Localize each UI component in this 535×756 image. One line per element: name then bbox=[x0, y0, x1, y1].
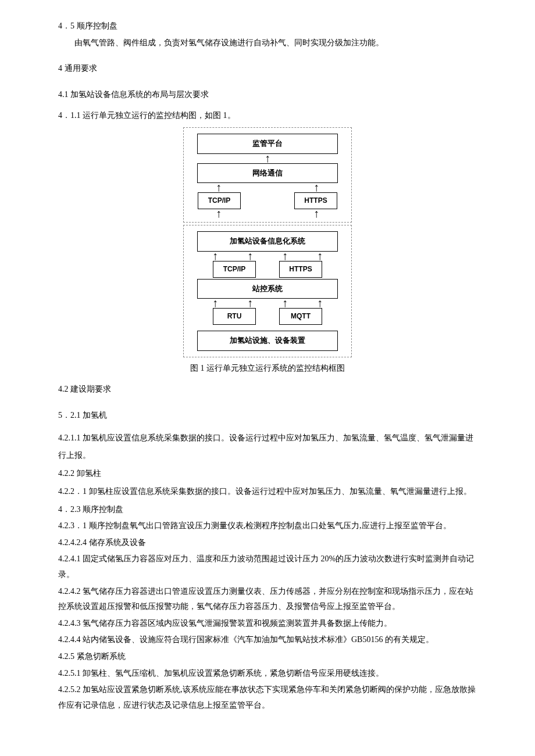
para-4-2-4-2: 4.2.4.2 氢气储存压力容器进出口管道应设置压力测量仪表、压力传感器，并应分… bbox=[58, 584, 477, 615]
arrow-icon: ↑ bbox=[238, 252, 262, 261]
node-station-control: 站控系统 bbox=[197, 279, 338, 299]
figure-1: 监管平台 ↑ 网络通信 ↑ ↑ TCP/IP HTTPS ↑ ↑ 加氢站设备信息… bbox=[58, 127, 477, 376]
para-4-2-1-1: 4.2.1.1 加氢机应设置信息系统采集数据的接口。设备运行过程中应对加氢压力、… bbox=[58, 429, 477, 465]
node-network: 网络通信 bbox=[197, 163, 338, 184]
arrow-icon: ↑ bbox=[238, 299, 262, 308]
heading-4-2-5: 4.2.5 紧急切断系统 bbox=[58, 649, 477, 665]
arrow-row: ↑ ↑ ↑ ↑ bbox=[198, 252, 337, 261]
diagram-lower-group: 加氢站设备信息化系统 ↑ ↑ ↑ ↑ TCP/IP HTTPS 站控系统 ↑ ↑… bbox=[183, 225, 352, 357]
node-platform: 监管平台 bbox=[197, 134, 338, 154]
arrow-icon: ↑ bbox=[204, 252, 227, 261]
arrow-row: ↑ ↑ ↑ ↑ bbox=[198, 299, 337, 308]
heading-4-2-2: 4.2.2 卸氢柱 bbox=[58, 466, 477, 482]
arrow-icon: ↑ bbox=[198, 209, 240, 218]
arrow-row: ↑ ↑ bbox=[198, 183, 337, 192]
heading-3-5: 4．5 顺序控制盘 bbox=[58, 19, 477, 34]
para-4-2-5-1: 4.2.5.1 卸氢柱、氢气压缩机、加氢机应设置紧急切断系统，紧急切断信号应采用… bbox=[58, 666, 477, 682]
para-4-2-3-1: 4.2.3．1 顺序控制盘氧气出口管路宜设压力测量仪表,检测程序控制盘出口处氢气… bbox=[58, 518, 477, 534]
figure-caption: 图 1 运行单元独立运行系统的监控结构框图 bbox=[190, 361, 345, 377]
diagram-upper-group: 监管平台 ↑ 网络通信 ↑ ↑ TCP/IP HTTPS ↑ ↑ bbox=[183, 127, 352, 223]
heading-4-1: 4.1 加氢站设备信息系统的布局与层次要求 bbox=[58, 87, 477, 103]
arrow-icon: ↑ bbox=[308, 252, 331, 261]
arrow-row: ↑ ↑ bbox=[198, 209, 337, 218]
heading-4-2: 4.2 建设期要求 bbox=[58, 382, 477, 397]
node-equipment: 加氢站设施、设备装置 bbox=[197, 331, 338, 351]
arrow-icon: ↑ bbox=[308, 299, 331, 308]
node-mqtt: MQTT bbox=[279, 308, 322, 325]
arrow-icon: ↑ bbox=[295, 183, 337, 192]
arrow-icon: ↑ bbox=[273, 299, 297, 308]
arrow-icon: ↑ bbox=[204, 299, 227, 308]
protocol-row-3: RTU MQTT bbox=[209, 308, 326, 325]
node-tcpip-2: TCP/IP bbox=[213, 261, 256, 278]
protocol-row-2: TCP/IP HTTPS bbox=[209, 261, 326, 278]
para-4-2-2-1: 4.2.2．1 卸氢柱应设置信息系统采集数据的接口。设备运行过程中应对加氢压力、… bbox=[58, 483, 477, 501]
heading-4-2-3: 4．2.3 顺序控制盘 bbox=[58, 502, 477, 518]
node-info-system: 加氢站设备信息化系统 bbox=[197, 231, 338, 252]
para-4-2-4-4: 4.2.4.4 站内储氢设备、设施应符合现行国家标准《汽车加油加气加氧站技术标准… bbox=[58, 632, 477, 648]
para-4-2-4-3: 4.2.4.3 氢气储存压力容器区域内应设氢气泄漏报警装置和视频监测装置并具备数… bbox=[58, 616, 477, 632]
heading-4-2-4: 4.2.4.2.4 储存系统及设备 bbox=[58, 535, 477, 551]
para-3-5-body: 由氧气管路、阀件组成，负责对氢气储存设施进行自动补气、同时实现分级加注功能。 bbox=[58, 35, 477, 51]
node-https-2: HTTPS bbox=[279, 261, 322, 278]
arrow-icon: ↑ bbox=[295, 209, 337, 218]
node-rtu: RTU bbox=[213, 308, 256, 325]
arrow-icon: ↑ bbox=[265, 154, 270, 163]
arrow-icon: ↑ bbox=[198, 183, 240, 192]
para-4-1-1: 4．1.1 运行单元独立运行的监控结构图，如图 1。 bbox=[58, 108, 477, 124]
para-4-2-5-2: 4.2.5.2 加氢站应设置紧急切断系统,该系统应能在事故状态下实现紧急停车和关… bbox=[58, 682, 477, 713]
heading-4-2-1: 5．2.1 加氢机 bbox=[58, 408, 477, 424]
heading-4: 4 通用要求 bbox=[58, 61, 477, 77]
para-4-2-4-1: 4.2.4.1 固定式储氢压力容器应对压力、温度和压力波动范围超过设计压力 20… bbox=[58, 551, 477, 582]
arrow-icon: ↑ bbox=[273, 252, 297, 261]
